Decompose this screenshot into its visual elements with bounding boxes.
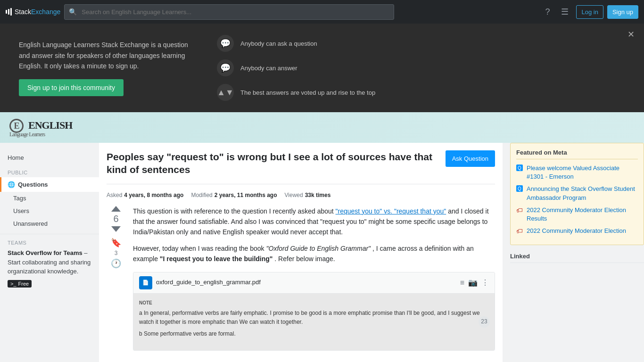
ask-question-button[interactable]: Ask Question (446, 150, 495, 167)
login-button[interactable]: Log in (576, 5, 603, 19)
pdf-list-btn[interactable]: ≡ (460, 278, 464, 287)
feature-vote-text: The best answers are voted up and rise t… (240, 89, 375, 96)
history-button[interactable]: 🕐 (111, 258, 121, 269)
featured-meta-box: Featured on Meta Q Please welcome Valued… (510, 143, 644, 245)
pdf-content: NOTE a In general, performative verbs ar… (133, 294, 495, 350)
site-logo[interactable]: E ENGLISH Language Learners (9, 117, 72, 138)
vote-count: 6 (113, 214, 118, 224)
meta-award-icon-3: 🏷 (516, 206, 523, 214)
inbox-icon-btn[interactable]: ☰ (557, 5, 572, 19)
nav-actions: ? ☰ Log in Sign up (541, 5, 638, 19)
join-community-button[interactable]: Sign up to join this community (19, 79, 124, 96)
hero-banner: English Language Learners Stack Exchange… (0, 24, 644, 112)
teams-label: TEAMS (8, 240, 91, 246)
hero-text: English Language Learners Stack Exchange… (19, 40, 198, 96)
page-number-badge: 23 (479, 316, 490, 328)
bookmark-button[interactable]: 🔖 (111, 238, 121, 248)
chat-answer-icon: 💬 (217, 59, 234, 76)
pdf-note-label: NOTE (139, 299, 489, 307)
vote-up-button[interactable] (111, 206, 121, 212)
site-logo-nav[interactable]: StackExchange (6, 8, 60, 16)
linked-section-label: Linked (510, 253, 644, 263)
top-nav: StackExchange 🔍 ? ☰ Log in Sign up (0, 0, 644, 24)
feature-answer: 💬 Anybody can answer (217, 59, 375, 76)
site-name: ENGLISH (28, 119, 72, 131)
vote-section: 6 🔖 3 🕐 (107, 206, 125, 351)
chat-icon: 💬 (217, 35, 234, 52)
pdf-toolbar-actions: ≡ 📷 ⋮ (460, 278, 489, 287)
question-title: Peoples say "request to" is wrong but I … (107, 150, 438, 176)
site-header: E ENGLISH Language Learners (0, 112, 644, 143)
question-text: This question is with reference to the q… (133, 206, 495, 351)
globe-icon: 🌐 (8, 181, 15, 188)
free-badge: >_ Free (8, 280, 32, 288)
pdf-more-btn[interactable]: ⋮ (481, 278, 489, 287)
meta-link-2[interactable]: Announcing the Stack Overflow Student Am… (527, 185, 638, 202)
question-link[interactable]: "request you to" vs. "request that you" (336, 207, 446, 215)
search-bar: 🔍 (64, 4, 394, 20)
help-icon-btn[interactable]: ? (541, 5, 553, 19)
right-sidebar: Featured on Meta Q Please welcome Valued… (503, 143, 644, 362)
meta-award-icon-4: 🏷 (516, 227, 523, 235)
feature-ask: 💬 Anybody can ask a question (217, 35, 375, 52)
vote-down-button[interactable] (111, 226, 121, 232)
sidebar-item-questions[interactable]: 🌐 Questions (0, 177, 99, 192)
sidebar-item-unanswered[interactable]: Unanswered (0, 217, 99, 230)
meta-item-1: Q Please welcome Valued Associate #1301 … (516, 164, 638, 181)
meta-q-icon-1: Q (516, 165, 523, 171)
main-layout: Home PUBLIC 🌐 Questions Tags Users Unans… (0, 143, 644, 362)
featured-meta-title: Featured on Meta (516, 149, 638, 159)
feature-answer-text: Anybody can answer (240, 65, 297, 72)
sidebar-item-users[interactable]: Users (0, 205, 99, 217)
meta-item-2: Q Announcing the Stack Overflow Student … (516, 185, 638, 202)
content-area: Peoples say "request to" is wrong but I … (99, 143, 503, 362)
hero-close-button[interactable]: ✕ (627, 29, 635, 40)
question-header: Peoples say "request to" is wrong but I … (107, 150, 495, 184)
teams-section: TEAMS Stack Overflow for Teams – Start c… (0, 234, 99, 293)
hero-description: English Language Learners Stack Exchange… (19, 40, 198, 71)
pdf-embed: 📄 oxford_guide_to_english_grammar.pdf ≡ … (133, 272, 495, 351)
meta-link-4[interactable]: 2022 Community Moderator Election (527, 227, 626, 235)
terminal-icon: >_ (10, 281, 17, 287)
search-input[interactable] (64, 4, 394, 20)
pdf-note-text2: b Some performative verbs are formal. (139, 329, 489, 338)
search-icon: 🔍 (69, 8, 77, 16)
modified-meta: Modified 2 years, 11 months ago (191, 192, 277, 198)
sidebar-item-home[interactable]: Home (0, 150, 99, 165)
hero-features: 💬 Anybody can ask a question 💬 Anybody c… (217, 35, 375, 101)
meta-link-3[interactable]: 2022 Community Moderator Election Result… (527, 206, 638, 223)
teams-cta-text[interactable]: Stack Overflow for Teams (8, 249, 83, 256)
question-para-1: This question is with reference to the q… (133, 206, 495, 238)
pdf-filename: oxford_guide_to_english_grammar.pdf (156, 278, 456, 288)
site-subtitle: Language Learners (9, 131, 72, 138)
meta-item-3: 🏷 2022 Community Moderator Election Resu… (516, 206, 638, 223)
question-body: 6 🔖 3 🕐 This question is with reference … (107, 206, 495, 351)
teams-content: Stack Overflow for Teams – Start collabo… (8, 248, 91, 276)
pdf-camera-btn[interactable]: 📷 (468, 278, 478, 287)
pdf-doc-icon: 📄 (139, 276, 152, 289)
viewed-meta: Viewed 33k times (285, 192, 331, 198)
pdf-toolbar: 📄 oxford_guide_to_english_grammar.pdf ≡ … (133, 272, 495, 294)
sidebar-public-label: PUBLIC (0, 165, 99, 177)
question-para-2: However, today when I was reading the bo… (133, 243, 495, 264)
meta-link-1[interactable]: Please welcome Valued Associate #1301 - … (527, 164, 638, 181)
bookmark-count: 3 (115, 250, 118, 256)
pdf-note-text: a In general, performative verbs are fai… (139, 309, 489, 327)
logo-text: StackExchange (15, 8, 60, 16)
stackexchange-icon (6, 8, 12, 16)
sidebar-item-tags[interactable]: Tags (0, 192, 99, 205)
feature-ask-text: Anybody can ask a question (240, 40, 317, 47)
question-meta: Asked 4 years, 8 months ago Modified 2 y… (107, 192, 495, 198)
left-sidebar: Home PUBLIC 🌐 Questions Tags Users Unans… (0, 143, 99, 362)
meta-item-4: 🏷 2022 Community Moderator Election (516, 227, 638, 235)
meta-q-icon-2: Q (516, 185, 523, 192)
free-label: Free (18, 281, 29, 287)
signup-button[interactable]: Sign up (607, 5, 638, 19)
vote-icon: ▲▼ (217, 84, 234, 101)
asked-meta: Asked 4 years, 8 months ago (107, 192, 183, 198)
feature-vote: ▲▼ The best answers are voted up and ris… (217, 84, 375, 101)
